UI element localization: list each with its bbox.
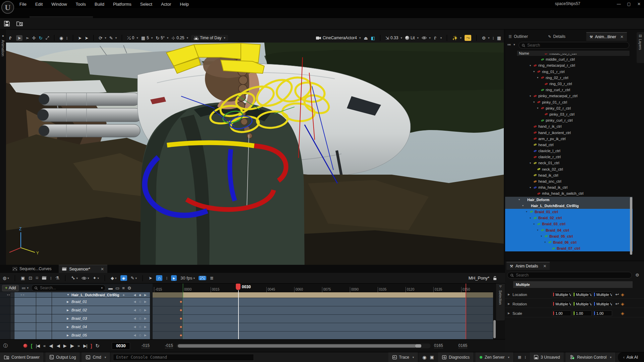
tab-anim-details[interactable]: ⚒ Anim Details ✕ <box>506 262 550 270</box>
sequence-asset-name[interactable]: MH_Pony* <box>469 276 489 281</box>
outliner-tree-item[interactable]: clavicle_l_ctrl <box>505 148 633 154</box>
selection-side-tab[interactable]: ⛛ Selection <box>496 284 505 320</box>
keyframe-diamond-icon[interactable]: ◈ <box>621 292 624 297</box>
outliner-search-input[interactable]: Search <box>519 42 629 49</box>
timeline-hscrollbar[interactable] <box>176 344 431 348</box>
add-track-button[interactable]: + Add <box>2 285 19 291</box>
outliner-tree-item[interactable]: ▾ ring_01_r_ctrl <box>505 69 633 75</box>
world-dropdown[interactable]: ◍▾ <box>3 276 9 281</box>
timeline-ruler[interactable]: -015000000150045006000750090010501200135… <box>153 284 493 292</box>
track-row[interactable]: ▶ Braid_01 ◀◇▶ <box>0 298 150 306</box>
outliner-tree-item[interactable]: ▾ Braid_01_ctrl <box>505 209 633 215</box>
trace-dropdown[interactable]: Trace▾ <box>388 352 419 362</box>
ask-ai-button[interactable]: ‹ Ask AI <box>618 352 644 362</box>
outliner-tree-item[interactable]: ▾ pinky_metacarpal_r_ctrl <box>505 93 633 99</box>
content-drawer-button[interactable]: Content Drawer <box>0 352 44 362</box>
close-tab-icon[interactable]: ✕ <box>101 267 104 272</box>
key-nav-icons[interactable]: ◀◇▶ <box>133 334 147 337</box>
track-row[interactable]: ▶ Braid_04 ◀◇▶ <box>0 323 150 331</box>
expand-arrow-icon[interactable]: ▶ <box>67 309 71 312</box>
auto-key-toggle[interactable]: ◈ <box>120 275 127 281</box>
track-settings-gear-icon[interactable]: ⚙ <box>127 286 131 291</box>
menu-item[interactable]: Edit <box>35 2 43 7</box>
close-button[interactable]: ✕ <box>634 0 644 8</box>
outliner-tree-item[interactable]: ▾ Hair_L_DutchBraid_CtrlRig <box>505 203 633 209</box>
revision-control-dropdown[interactable]: Revision Control▾ <box>566 352 616 362</box>
expand-arrow-icon[interactable]: ▾ <box>533 101 537 104</box>
menu-item[interactable]: File <box>19 2 26 7</box>
outliner-tree-item[interactable]: head_snc_ctrl <box>505 178 633 184</box>
tools-dropdown[interactable]: 🔧︎▾ <box>71 276 78 281</box>
sequencer-timeline[interactable]: -015000000150045006000750090010501200135… <box>153 284 493 339</box>
tab-anim-outliner[interactable]: ⚒ Anim...tliner ✕ <box>586 32 627 41</box>
key-nav-icons[interactable]: ◀◇▶ <box>133 325 147 328</box>
playhead-line[interactable] <box>238 290 239 339</box>
outliner-tree-item[interactable]: ▾ pinky_02_r_ctrl <box>505 105 633 111</box>
keyframe-dot[interactable] <box>180 317 182 320</box>
view-density-relaxed-icon[interactable]: ▭ <box>115 286 119 291</box>
close-tab-icon[interactable]: ✕ <box>620 35 624 39</box>
fps-dropdown[interactable]: 30 fps▾ <box>180 276 195 281</box>
outliner-scrollbar[interactable] <box>630 197 632 255</box>
loop-icon[interactable]: ↻ <box>95 343 100 349</box>
expand-arrow-icon[interactable]: ▾ <box>522 204 526 207</box>
expand-arrow-icon[interactable]: ▾ <box>537 229 541 232</box>
current-frame-field[interactable]: 0030 <box>112 342 130 350</box>
snap-toggle[interactable]: ∩ <box>156 275 162 281</box>
keyframe-dot[interactable] <box>180 326 182 328</box>
expand-arrow-icon[interactable]: ▾ <box>530 186 534 189</box>
outliner-tree-item[interactable]: ▾ mha_head_ik_ctrl <box>505 184 633 190</box>
anim-details-search-input[interactable]: Search <box>507 272 632 279</box>
range-out-bracket[interactable]: ] <box>91 343 92 349</box>
value-x-field[interactable]: Multiple Va <box>552 301 571 307</box>
view-mode-dropdown[interactable]: Lit▾ <box>405 36 419 40</box>
tab-sequencer-curves[interactable]: Sequenc...Curves <box>9 265 55 273</box>
value-z-field[interactable]: 1.00 <box>593 310 612 316</box>
add-section-icon[interactable]: + <box>122 293 124 297</box>
minimize-button[interactable]: — <box>614 0 624 8</box>
key-nav-icons[interactable]: ◀◇▶ <box>133 308 147 312</box>
select-group-icon[interactable]: ➤ <box>85 36 88 41</box>
track-row[interactable]: ▶ Braid_03 ◀◇▶ <box>0 314 150 323</box>
outliner-tree-item[interactable]: head_ik_ctrl <box>505 172 633 178</box>
expand-arrow-icon[interactable]: ▶ <box>67 317 71 320</box>
value-y-field[interactable]: 1.00 <box>573 310 592 316</box>
playhead-marker[interactable] <box>236 284 240 290</box>
transport-button[interactable]: |◀ <box>36 343 40 348</box>
menu-item[interactable]: Help <box>180 2 189 7</box>
show-flags-dropdown[interactable]: ▾ <box>422 36 431 40</box>
view-options-dropdown[interactable]: ▾ <box>82 277 89 280</box>
motion-trails-toggle[interactable]: ⤳ <box>465 35 471 41</box>
world-space-toggle[interactable]: ◉ <box>59 36 63 41</box>
track-filter-dropdown[interactable]: ≔▾ <box>21 286 29 291</box>
outliner-tree-item[interactable]: Braid_07_ctrl <box>505 245 633 251</box>
value-x-field[interactable]: 1.00 <box>552 310 571 316</box>
outliner-filter-dropdown[interactable]: ≔▾ <box>507 42 515 47</box>
outliner-tree-item[interactable]: clavicle_r_ctrl <box>505 154 633 160</box>
value-z-field[interactable]: Multiple Va <box>593 301 612 307</box>
track-search-input[interactable]: Search... ▾ <box>31 285 106 291</box>
track-row[interactable]: ▶ Braid_02 ◀◇▶ <box>0 306 150 314</box>
expand-arrow-icon[interactable]: ▶ <box>67 300 71 303</box>
value-z-field[interactable]: Multiple Va <box>593 292 612 297</box>
view-density-compact-icon[interactable]: ▬ <box>108 286 113 291</box>
track-lanes[interactable] <box>153 298 493 339</box>
outliner-tree-item[interactable]: ring_03_r_ctrl <box>505 81 633 87</box>
expand-arrow-icon[interactable]: ▾ <box>530 162 534 165</box>
render-movie-icon[interactable] <box>42 276 47 280</box>
transport-button[interactable]: « <box>43 343 45 348</box>
snapshot-icon[interactable]: ▣ <box>430 355 434 360</box>
layers-side-tab[interactable]: ▤ Layers <box>637 32 644 63</box>
close-tab-icon[interactable]: ✕ <box>543 264 546 268</box>
view-list-icon[interactable]: ≡ <box>122 286 125 291</box>
ddc-grid-icon[interactable]: ▦ <box>518 355 521 359</box>
outliner-tree-item[interactable]: ▾ ring_metacarpal_r_ctrl <box>505 62 633 68</box>
camera-cut-icon[interactable]: ◧ <box>371 36 375 41</box>
settings-gear-icon[interactable]: ⚙ <box>635 273 639 278</box>
outliner-tree-item[interactable]: ▾ Braid_03_ctrl <box>505 221 633 227</box>
browse-sequence-icon[interactable]: ⊡ <box>29 276 32 281</box>
spline-tool-dropdown[interactable]: ✎▾ <box>109 36 117 41</box>
outliner-tree-item[interactable]: ring_curl_r_ctrl <box>505 87 633 93</box>
outliner-tree-item[interactable]: hand_r_ik_ctrl <box>505 123 633 129</box>
rotate-tool[interactable]: ↻ <box>39 36 43 41</box>
